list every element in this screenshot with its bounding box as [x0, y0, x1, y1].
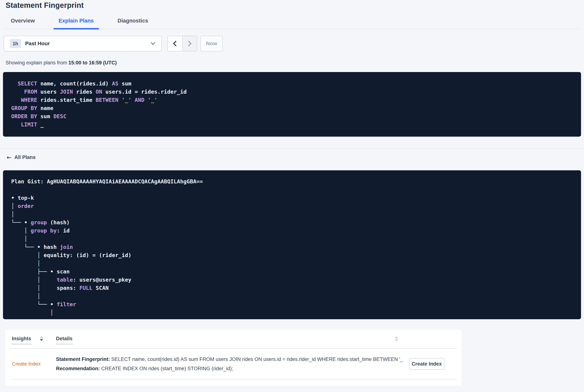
code-line: └── • group (hash)	[11, 218, 573, 226]
time-range-select[interactable]: 1h Past Hour	[4, 36, 162, 51]
fingerprint-label: Statement Fingerprint:	[56, 356, 110, 362]
plan-gist-line: Plan Gist: AgHUAQIABQAAAAHYAQIAiAEAAAADC…	[11, 178, 573, 186]
insights-header-label[interactable]: Insights	[12, 336, 31, 344]
tab-overview[interactable]: Overview	[5, 18, 40, 29]
showing-range-bold: 15:00 to 16:59 (UTC)	[68, 60, 117, 66]
table-row: Create Index Statement Fingerprint: SELE…	[10, 349, 457, 379]
insights-table-header: Insights Details	[10, 335, 457, 348]
code-line: │ spans: FULL SCAN	[11, 284, 573, 292]
code-line: │	[11, 235, 573, 243]
sort-up-triangle	[395, 336, 398, 338]
page: Statement Fingerprint Overview Explain P…	[0, 0, 584, 386]
sql-statement-box: SELECT name, count(rides.id) AS sum FROM…	[3, 72, 581, 136]
next-time-button[interactable]	[182, 36, 197, 51]
page-title: Statement Fingerprint	[3, 1, 581, 10]
code-line: │ order	[11, 202, 573, 210]
all-plans-label: All Plans	[14, 154, 35, 160]
plan-gist-label: Plan Gist:	[11, 178, 47, 185]
plan-gist-value: AgHUAQIABQAAAAHYAQIAiAEAAAADCQACAgAABQIL…	[47, 178, 203, 185]
code-line: │	[11, 259, 573, 268]
code-line: │ equality: (id) = (rider_id)	[11, 251, 573, 259]
code-line: │	[11, 292, 573, 300]
tab-bar: Overview Explain Plans Diagnostics	[3, 18, 581, 29]
plan-tree: • top-k│ order│└── • group (hash) │ grou…	[11, 194, 573, 316]
recommendation-text: CREATE INDEX ON rides (start_time) STORI…	[100, 366, 233, 371]
time-range-label: Past Hour	[25, 40, 50, 46]
plan-gist-box[interactable]: Plan Gist: AgHUAQIABQAAAAHYAQIAiAEAAAADC…	[3, 170, 581, 319]
code-line: └── • hash join	[11, 243, 573, 251]
code-line: ├── • scan	[11, 268, 573, 276]
chevron-down-icon	[151, 40, 155, 45]
all-plans-link[interactable]: ← All Plans	[7, 154, 35, 160]
prev-time-button[interactable]	[168, 36, 182, 51]
code-line: │	[11, 308, 573, 316]
code-line: LIMIT _	[11, 120, 573, 128]
details-header-label[interactable]: Details	[56, 336, 72, 344]
tab-diagnostics[interactable]: Diagnostics	[112, 18, 153, 29]
section-divider	[0, 148, 584, 149]
code-line: • top-k	[11, 194, 573, 202]
sort-icon-details[interactable]	[395, 336, 398, 341]
showing-range-text: Showing explain plans from 15:00 to 16:5…	[5, 60, 581, 66]
sort-down-triangle	[40, 339, 43, 341]
details-fingerprint-line: Statement Fingerprint: SELECT name, coun…	[56, 354, 404, 364]
insight-type-label: Create Index	[12, 361, 56, 367]
code-line: SELECT name, count(rides.id) AS sum	[11, 80, 573, 88]
chevron-right-icon	[186, 40, 191, 46]
time-toolbar: 1h Past Hour Now	[3, 36, 581, 51]
chevron-left-icon	[173, 40, 179, 46]
details-recommendation-line: Recommendation: CREATE INDEX ON rides (s…	[56, 364, 404, 373]
tab-explain-plans[interactable]: Explain Plans	[53, 18, 99, 29]
sort-down-triangle	[395, 339, 398, 341]
fingerprint-text: SELECT name, count(rides.id) AS sum FROM…	[110, 356, 404, 362]
code-line: ORDER BY sum DESC	[11, 112, 573, 120]
code-line: GROUP BY name	[11, 104, 573, 112]
code-line: FROM users JOIN rides ON users.id = ride…	[11, 88, 573, 96]
code-line: └── • filter	[11, 300, 573, 308]
code-line: WHERE rides.start_time BETWEEN '_' AND '…	[11, 96, 573, 104]
insights-table: Insights Details Create Index Statement …	[5, 330, 462, 386]
showing-prefix: Showing explain plans from	[5, 60, 68, 66]
insights-column-header: Insights	[12, 336, 56, 344]
now-button[interactable]: Now	[200, 36, 223, 51]
code-line: │	[11, 210, 573, 218]
sort-icon-insights[interactable]	[40, 336, 43, 341]
insight-details: Statement Fingerprint: SELECT name, coun…	[56, 354, 404, 373]
code-line: │ group by: id	[11, 226, 573, 235]
recommendation-label: Recommendation:	[56, 366, 100, 371]
time-range-badge: 1h	[10, 39, 21, 48]
time-nav-group	[167, 36, 197, 51]
arrow-left-icon: ←	[7, 155, 11, 160]
code-line: │ table: users@users_pkey	[11, 276, 573, 284]
create-index-button[interactable]: Create Index	[409, 358, 444, 370]
sort-up-triangle	[40, 336, 43, 338]
